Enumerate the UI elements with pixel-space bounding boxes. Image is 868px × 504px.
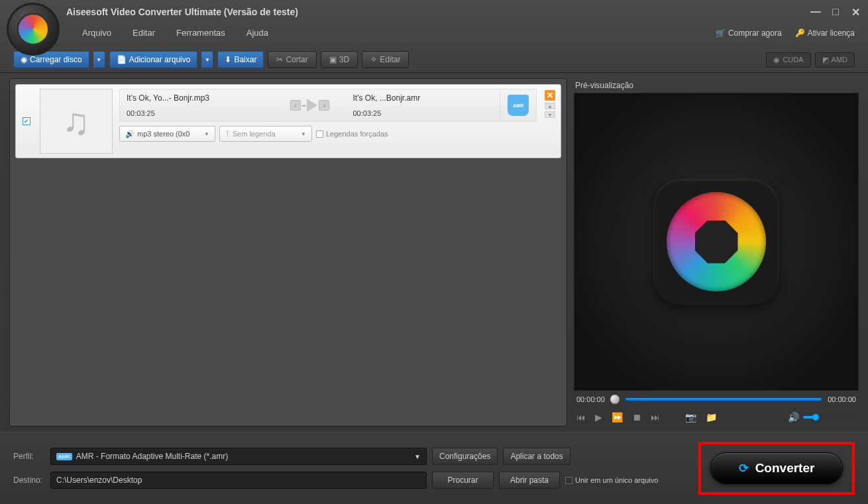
- subtitle-select[interactable]: TSem legenda▼: [219, 126, 312, 142]
- destino-input[interactable]: C:\Users\enzov\Desktop: [50, 472, 427, 489]
- menu-ferramentas[interactable]: Ferramentas: [174, 24, 228, 42]
- close-button[interactable]: ✕: [849, 6, 861, 18]
- add-file-icon: 📄: [117, 55, 127, 64]
- stop-button[interactable]: ⏹: [632, 412, 641, 423]
- music-note-icon: ♫: [62, 100, 90, 143]
- amd-icon: ◩: [822, 56, 829, 64]
- volume-icon[interactable]: 🔊: [788, 412, 799, 423]
- edit-icon: ✧: [370, 55, 377, 64]
- carregar-disco-dropdown[interactable]: ▼: [93, 51, 105, 68]
- convert-highlight: ⟳ Converter: [698, 442, 855, 495]
- prev-button[interactable]: ⏮: [576, 412, 586, 423]
- chevron-down-icon: ▼: [414, 453, 421, 460]
- nvidia-icon: ◉: [773, 56, 780, 64]
- titlebar: Aiseesoft Video Converter Ultimate (Vers…: [0, 0, 868, 24]
- move-up-button[interactable]: ▲: [545, 103, 555, 109]
- format-badge[interactable]: AMR: [500, 89, 536, 122]
- move-down-button[interactable]: ▼: [545, 111, 555, 118]
- 3d-button[interactable]: ▣3D: [321, 51, 358, 68]
- folder-button[interactable]: 📁: [706, 412, 717, 423]
- adicionar-arquivo-dropdown[interactable]: ▼: [201, 51, 213, 68]
- converter-button[interactable]: ⟳ Converter: [710, 452, 843, 484]
- forced-subtitles-checkbox[interactable]: Legendas forçadas: [316, 130, 388, 138]
- file-list: ✔ ♫ It's Ok, Yo...- Bonjr.mp3 00:03:25 ♪…: [9, 78, 567, 427]
- aplicar-todos-button[interactable]: Aplicar a todos: [503, 448, 570, 465]
- timeline-knob[interactable]: [610, 395, 620, 404]
- menu-editar[interactable]: Editar: [130, 24, 158, 42]
- 3d-icon: ▣: [329, 55, 337, 64]
- timeline[interactable]: 00:00:00 00:00:00: [574, 391, 859, 408]
- time-total: 00:00:00: [828, 395, 856, 403]
- source-duration: 00:03:25: [127, 109, 267, 117]
- dest-filename: It's Ok, ...Bonjr.amr: [353, 93, 494, 103]
- preview-label: Pré-visualização: [574, 78, 859, 93]
- menu-arquivo[interactable]: Arquivo: [80, 24, 114, 42]
- time-current: 00:00:00: [576, 395, 605, 403]
- perfil-label: Perfil:: [13, 452, 45, 461]
- baixar-button[interactable]: ⬇Baixar: [217, 51, 264, 68]
- next-button[interactable]: ⏭: [651, 412, 660, 423]
- cart-icon: 🛒: [716, 28, 726, 38]
- ativar-link[interactable]: 🔑Ativar licença: [795, 28, 855, 38]
- preview-placeholder-icon: [653, 179, 779, 305]
- key-icon: 🔑: [795, 28, 805, 38]
- play-button[interactable]: ▶: [595, 412, 602, 423]
- fast-forward-button[interactable]: ⏩: [612, 412, 623, 423]
- refresh-icon: ⟳: [739, 461, 749, 476]
- adicionar-arquivo-button[interactable]: 📄Adicionar arquivo: [109, 51, 198, 68]
- bottom-panel: Perfil: AMRAMR - Formato Adaptive Multi-…: [0, 432, 868, 504]
- abrir-pasta-button[interactable]: Abrir pasta: [499, 472, 560, 489]
- menu-ajuda[interactable]: Ajuda: [244, 24, 271, 42]
- cortar-button[interactable]: ✂Cortar: [268, 51, 316, 68]
- procurar-button[interactable]: Procurar: [432, 472, 494, 489]
- scissors-icon: ✂: [276, 55, 283, 64]
- configuracoes-button[interactable]: Configurações: [432, 448, 498, 465]
- menubar: Arquivo Editar Ferramentas Ajuda: [80, 24, 716, 42]
- source-filename: It's Ok, Yo...- Bonjr.mp3: [127, 93, 267, 103]
- volume-slider[interactable]: [803, 416, 856, 419]
- audio-track-select[interactable]: 🔊mp3 stereo (0x0▼: [119, 126, 215, 142]
- speaker-icon: 🔊: [125, 130, 135, 138]
- remove-file-button[interactable]: ✕: [545, 90, 555, 101]
- header: Arquivo Editar Ferramentas Ajuda 🛒Compra…: [0, 24, 868, 47]
- amd-badge[interactable]: ◩AMD: [815, 52, 855, 68]
- editar-button[interactable]: ✧Editar: [362, 51, 409, 68]
- destino-label: Destino:: [13, 476, 45, 485]
- amr-icon: AMR: [508, 95, 529, 116]
- minimize-button[interactable]: —: [810, 6, 822, 18]
- file-thumbnail: ♫: [40, 89, 113, 154]
- preview-panel: Pré-visualização 00:00:00 00:00:00 ⏮ ▶ ⏩…: [574, 78, 859, 427]
- window-title: Aiseesoft Video Converter Ultimate (Vers…: [66, 7, 802, 17]
- snapshot-button[interactable]: 📷: [685, 412, 696, 423]
- dest-duration: 00:03:25: [353, 109, 494, 117]
- maximize-button[interactable]: □: [830, 6, 841, 18]
- toolbar: ◉Carregar disco ▼ 📄Adicionar arquivo ▼ ⬇…: [0, 47, 868, 73]
- comprar-link[interactable]: 🛒Comprar agora: [716, 28, 782, 38]
- file-item[interactable]: ✔ ♫ It's Ok, Yo...- Bonjr.mp3 00:03:25 ♪…: [15, 84, 561, 158]
- cuda-badge[interactable]: ◉CUDA: [766, 52, 810, 68]
- app-logo-icon: [7, 3, 60, 56]
- download-icon: ⬇: [225, 55, 231, 64]
- preview-video: [574, 93, 859, 391]
- amr-icon: AMR: [56, 453, 72, 460]
- disc-icon: ◉: [21, 55, 27, 64]
- text-icon: T: [225, 130, 230, 138]
- file-checkbox[interactable]: ✔: [23, 117, 30, 125]
- conversion-arrow-icon: ♪ ▪▪▪ ♪: [274, 99, 347, 112]
- timeline-track[interactable]: [625, 397, 822, 401]
- perfil-dropdown[interactable]: AMRAMR - Formato Adaptive Multi-Rate (*.…: [50, 448, 427, 465]
- unir-checkbox[interactable]: Unir em um único arquivo: [565, 476, 658, 484]
